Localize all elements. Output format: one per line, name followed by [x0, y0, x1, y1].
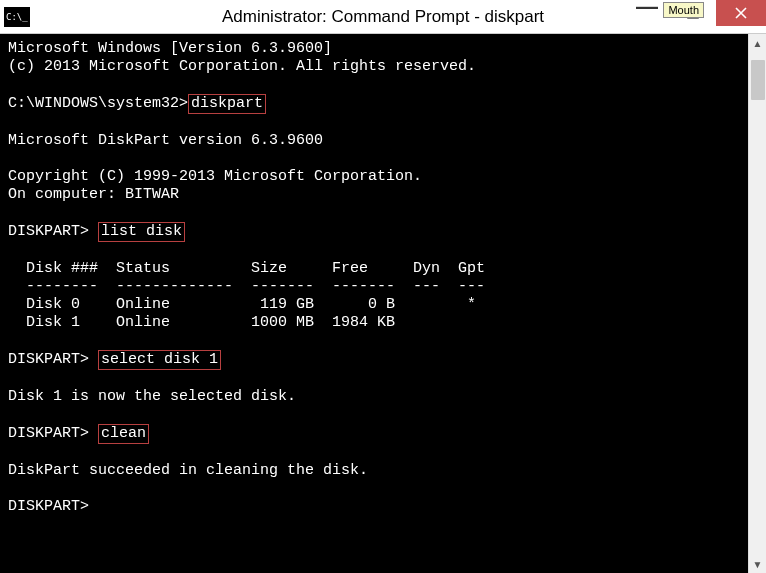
diskpart-prompt: DISKPART>	[8, 498, 89, 515]
command-highlight-diskpart: diskpart	[188, 94, 266, 114]
diskpart-prompt: DISKPART>	[8, 351, 98, 368]
table-row: Disk 0 Online 119 GB 0 B *	[8, 296, 476, 313]
scrollbar-thumb[interactable]	[751, 60, 765, 100]
output-line: Disk 1 is now the selected disk.	[8, 388, 296, 405]
output-line: Microsoft Windows [Version 6.3.9600]	[8, 40, 332, 57]
table-row: Disk 1 Online 1000 MB 1984 KB	[8, 314, 395, 331]
diskpart-prompt: DISKPART>	[8, 223, 98, 240]
scrollbar-track[interactable]	[749, 52, 766, 555]
output-line: Microsoft DiskPart version 6.3.9600	[8, 132, 323, 149]
command-highlight-listdisk: list disk	[98, 222, 185, 242]
diskpart-prompt: DISKPART>	[8, 425, 98, 442]
tooltip-label: Mouth	[663, 2, 704, 18]
titlebar[interactable]: C:\_ Administrator: Command Prompt - dis…	[0, 0, 766, 34]
close-icon	[735, 7, 747, 19]
output-line: (c) 2013 Microsoft Corporation. All righ…	[8, 58, 476, 75]
command-highlight-clean: clean	[98, 424, 149, 444]
close-button[interactable]	[716, 0, 766, 26]
scroll-down-arrow-icon[interactable]: ▼	[749, 555, 766, 573]
table-header: Disk ### Status Size Free Dyn Gpt	[8, 260, 485, 277]
cmd-system-icon: C:\_	[4, 7, 30, 27]
command-highlight-selectdisk: select disk 1	[98, 350, 221, 370]
output-line: DiskPart succeeded in cleaning the disk.	[8, 462, 368, 479]
output-line: Copyright (C) 1999-2013 Microsoft Corpor…	[8, 168, 422, 185]
terminal-area[interactable]: Microsoft Windows [Version 6.3.9600] (c)…	[0, 34, 766, 573]
output-line: On computer: BITWAR	[8, 186, 179, 203]
table-divider: -------- ------------- ------- ------- -…	[8, 278, 485, 295]
scroll-up-arrow-icon[interactable]: ▲	[749, 34, 766, 52]
vertical-scrollbar[interactable]: ▲ ▼	[748, 34, 766, 573]
prompt-prefix: C:\WINDOWS\system32>	[8, 95, 188, 112]
